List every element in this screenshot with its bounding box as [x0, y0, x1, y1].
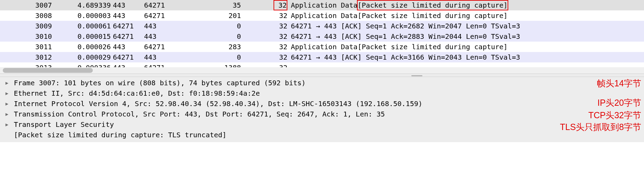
- packet-detail-pane[interactable]: ▶Frame 3007: 101 bytes on wire (808 bits…: [0, 77, 644, 142]
- col-spacer: [52, 0, 62, 10]
- highlight-box: [Packet size limited during capture]: [357, 0, 508, 10]
- col-dst-port: 443: [144, 21, 189, 31]
- col-ext: 32: [272, 31, 287, 42]
- col-dst-port: 64271: [144, 10, 189, 21]
- col-spacer: [189, 10, 193, 21]
- col-spacer: [189, 42, 193, 52]
- annotation-label: IP头20字节: [598, 97, 641, 109]
- col-src-port: 64271: [113, 31, 144, 42]
- detail-line: [Packet size limited during capture: TLS…: [0, 130, 644, 140]
- col-time: 0.000026: [62, 42, 111, 52]
- col-spacer: [241, 0, 272, 10]
- col-spacer: [52, 52, 62, 62]
- col-length: 0: [193, 31, 241, 42]
- packet-row[interactable]: 30080.0000034436427120132Application Dat…: [0, 10, 644, 21]
- col-length: 283: [193, 42, 241, 52]
- col-src-port: 443: [113, 62, 144, 67]
- col-no: 3012: [0, 52, 52, 62]
- expand-triangle-icon[interactable]: ▶: [0, 109, 14, 119]
- info-text: Application Data: [291, 1, 358, 9]
- detail-text: Transmission Control Protocol, Src Port:…: [14, 109, 385, 119]
- col-length: 0: [193, 21, 241, 31]
- packet-row[interactable]: 30090.0000616427144303264271 → 443 [ACK]…: [0, 21, 644, 31]
- col-spacer: [241, 42, 272, 52]
- col-info: 64271 → 443 [ACK] Seq=1 Ack=3166 Win=204…: [287, 52, 644, 62]
- col-time: 0.000061: [62, 21, 111, 31]
- col-src-port: 443: [113, 0, 144, 10]
- packet-row[interactable]: 30110.0000264436427128332Application Dat…: [0, 42, 644, 52]
- col-info: [287, 62, 644, 67]
- expand-triangle-icon[interactable]: ▶: [0, 78, 14, 88]
- highlight-box: 32: [274, 0, 287, 10]
- col-spacer: [189, 62, 193, 67]
- expand-triangle-icon[interactable]: ▶: [0, 88, 14, 98]
- col-spacer: [241, 62, 272, 67]
- detail-line[interactable]: ▶Internet Protocol Version 4, Src: 52.98…: [0, 98, 644, 109]
- annotation-label: 帧头14字节: [597, 78, 641, 89]
- col-ext: 32: [272, 62, 287, 67]
- col-dst-port: 64271: [144, 0, 189, 10]
- col-no: 3009: [0, 21, 52, 31]
- annotation-label: TLS头只抓取到8字节: [560, 121, 641, 133]
- col-time: 0.000003: [62, 10, 111, 21]
- packet-row[interactable]: 30120.0000296427144303264271 → 443 [ACK]…: [0, 52, 644, 62]
- detail-line[interactable]: ▶Transmission Control Protocol, Src Port…: [0, 109, 644, 119]
- col-src-port: 443: [113, 10, 144, 21]
- col-src-port: 64271: [113, 21, 144, 31]
- col-src-port: 443: [113, 42, 144, 52]
- col-length: 0: [193, 52, 241, 62]
- packet-row[interactable]: 30100.0000156427144303264271 → 443 [ACK]…: [0, 31, 644, 42]
- col-no: 3013: [0, 62, 52, 67]
- detail-text: Internet Protocol Version 4, Src: 52.98.…: [14, 98, 422, 109]
- col-info: 64271 → 443 [ACK] Seq=1 Ack=2682 Win=204…: [287, 21, 644, 31]
- col-spacer: [52, 10, 62, 21]
- expand-triangle-icon[interactable]: ▶: [0, 98, 14, 109]
- col-spacer: [189, 21, 193, 31]
- col-ext: 32: [272, 0, 287, 10]
- col-spacer: [241, 10, 272, 21]
- col-spacer: [189, 0, 193, 10]
- detail-text: Ethernet II, Src: d4:5d:64:ca:61:e0, Dst…: [14, 88, 260, 98]
- col-info: Application Data[Packet size limited dur…: [287, 10, 644, 21]
- col-time: 0.000336: [62, 62, 111, 67]
- col-info: Application Data[Packet size limited dur…: [287, 42, 644, 52]
- col-no: 3007: [0, 0, 52, 10]
- col-info: Application Data[Packet size limited dur…: [287, 0, 644, 10]
- pane-divider[interactable]: [0, 74, 644, 77]
- detail-line[interactable]: ▶Transport Layer Security: [0, 119, 644, 130]
- packet-row[interactable]: 30074.6893394436427135 32Application Dat…: [0, 0, 644, 10]
- col-ext: 32: [272, 21, 287, 31]
- detail-text: Frame 3007: 101 bytes on wire (808 bits)…: [14, 78, 306, 88]
- detail-line[interactable]: ▶Ethernet II, Src: d4:5d:64:ca:61:e0, Ds…: [0, 88, 644, 98]
- col-info: 64271 → 443 [ACK] Seq=1 Ack=2883 Win=204…: [287, 31, 644, 42]
- col-spacer: [189, 52, 193, 62]
- col-ext: 32: [272, 52, 287, 62]
- col-time: 0.000029: [62, 52, 111, 62]
- col-spacer: [52, 21, 62, 31]
- col-spacer: [241, 31, 272, 42]
- horizontal-scrollbar[interactable]: [0, 67, 644, 74]
- drag-handle-icon: [411, 75, 422, 76]
- col-length: 201: [193, 10, 241, 21]
- scroll-thumb[interactable]: [3, 68, 93, 73]
- col-spacer: [189, 31, 193, 42]
- col-no: 3011: [0, 42, 52, 52]
- packet-list[interactable]: 30074.6893394436427135 32Application Dat…: [0, 0, 644, 67]
- col-src-port: 64271: [113, 52, 144, 62]
- detail-line[interactable]: ▶Frame 3007: 101 bytes on wire (808 bits…: [0, 78, 644, 88]
- col-spacer: [241, 52, 272, 62]
- detail-text: Transport Layer Security: [14, 119, 114, 130]
- col-spacer: [52, 62, 62, 67]
- col-no: 3008: [0, 10, 52, 21]
- col-length: 35: [193, 0, 241, 10]
- col-spacer: [52, 31, 62, 42]
- col-dst-port: 64271: [144, 42, 189, 52]
- annotation-label: TCP头32字节: [588, 110, 641, 121]
- packet-row[interactable]: 30130.00033644364271138832: [0, 62, 644, 67]
- col-dst-port: 443: [144, 52, 189, 62]
- expand-triangle-icon[interactable]: ▶: [0, 119, 14, 130]
- col-dst-port: 64271: [144, 62, 189, 67]
- detail-text: [Packet size limited during capture: TLS…: [14, 130, 226, 140]
- col-spacer: [52, 42, 62, 52]
- col-time: 4.689339: [62, 0, 111, 10]
